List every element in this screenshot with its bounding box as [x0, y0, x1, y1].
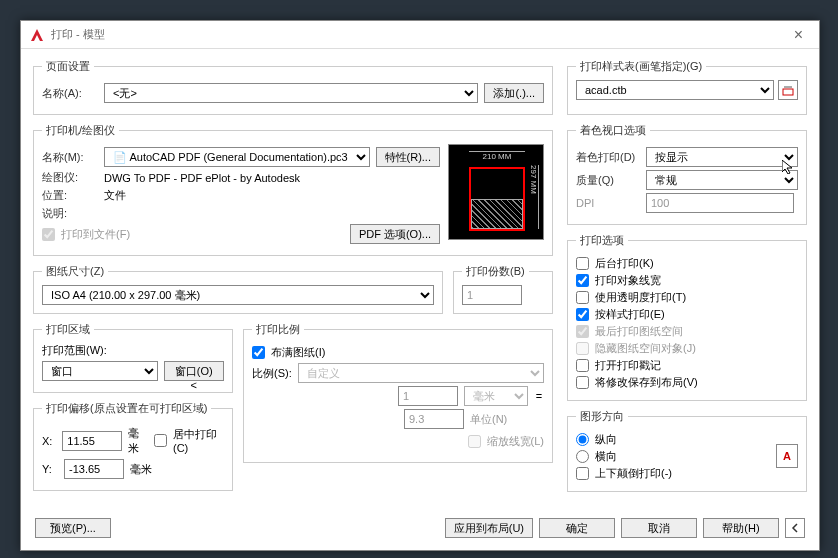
portrait-radio[interactable]: 纵向 — [576, 432, 798, 447]
copies-legend: 打印份数(B) — [462, 264, 529, 279]
transparency-check[interactable]: 使用透明度打印(T) — [576, 290, 798, 305]
paper-size-group: 图纸尺寸(Z) ISO A4 (210.00 x 297.00 毫米) — [33, 264, 443, 314]
plot-what-select[interactable]: 窗口 — [42, 361, 158, 381]
printer-props-button[interactable]: 特性(R)... — [376, 147, 440, 167]
page-setup-name-label: 名称(A): — [42, 86, 98, 101]
plotter-label: 绘图仪: — [42, 170, 98, 185]
page-setup-name-select[interactable]: <无> — [104, 83, 478, 103]
paperspace-last-check: 最后打印图纸空间 — [576, 324, 798, 339]
background-check[interactable]: 后台打印(K) — [576, 256, 798, 271]
scale-num-input — [398, 386, 458, 406]
paper-size-select[interactable]: ISO A4 (210.00 x 297.00 毫米) — [42, 285, 434, 305]
plot-area-legend: 打印区域 — [42, 322, 94, 337]
offset-legend: 打印偏移(原点设置在可打印区域) — [42, 401, 211, 416]
preview-button[interactable]: 预览(P)... — [35, 518, 111, 538]
location-value: 文件 — [104, 188, 126, 203]
plot-style-legend: 打印样式表(画笔指定)(G) — [576, 59, 706, 74]
center-plot-check[interactable]: 居中打印(C) — [154, 427, 224, 454]
plot-options-legend: 打印选项 — [576, 233, 628, 248]
scale-group: 打印比例 布满图纸(I) 比例(S): 自定义 毫米 = — [243, 322, 553, 463]
plot-area-group: 打印区域 打印范围(W): 窗口 窗口(O)< — [33, 322, 233, 393]
scale-lw-check: 缩放线宽(L) — [468, 434, 544, 449]
offset-x-unit: 毫米 — [128, 426, 148, 456]
page-setup-add-button[interactable]: 添加(.)... — [484, 83, 544, 103]
equals-icon: = — [534, 390, 544, 402]
plotter-value: DWG To PDF - PDF ePlot - by Autodesk — [104, 172, 300, 184]
orientation-icon: A — [776, 444, 798, 468]
scale-select: 自定义 — [298, 363, 544, 383]
offset-y-unit: 毫米 — [130, 462, 152, 477]
dpi-input — [646, 193, 794, 213]
offset-y-label: Y: — [42, 463, 58, 475]
orientation-group: 图形方向 纵向 横向 上下颠倒打印(-) A — [567, 409, 807, 492]
edit-icon — [782, 84, 794, 96]
window-button[interactable]: 窗口(O)< — [164, 361, 225, 381]
shade-plot-label: 着色打印(D) — [576, 150, 640, 165]
hide-paperspace-check: 隐藏图纸空间对象(J) — [576, 341, 798, 356]
autocad-logo-icon — [29, 27, 45, 43]
svg-rect-0 — [783, 89, 793, 95]
printer-group: 打印机/绘图仪 名称(M): 📄 AutoCAD PDF (General Do… — [33, 123, 553, 256]
plot-dialog: 打印 - 模型 × 页面设置 名称(A): <无> 添加(.)... 打印机/绘… — [20, 20, 820, 551]
printer-legend: 打印机/绘图仪 — [42, 123, 119, 138]
close-button[interactable]: × — [786, 26, 811, 44]
copies-group: 打印份数(B) — [453, 264, 553, 314]
ok-button[interactable]: 确定 — [539, 518, 615, 538]
printer-name-select[interactable]: 📄 AutoCAD PDF (General Documentation).pc… — [104, 147, 370, 167]
titlebar: 打印 - 模型 × — [21, 21, 819, 49]
shaded-legend: 着色视口选项 — [576, 123, 650, 138]
expand-button[interactable] — [785, 518, 805, 538]
page-setup-group: 页面设置 名称(A): <无> 添加(.)... — [33, 59, 553, 115]
paper-size-legend: 图纸尺寸(Z) — [42, 264, 108, 279]
offset-x-label: X: — [42, 435, 56, 447]
preview-height-label: 297 MM — [529, 165, 539, 229]
preview-width-label: 210 MM — [469, 151, 525, 161]
offset-x-input[interactable] — [62, 431, 122, 451]
by-style-check[interactable]: 按样式打印(E) — [576, 307, 798, 322]
shade-plot-select[interactable]: 按显示 — [646, 147, 798, 167]
cancel-button[interactable]: 取消 — [621, 518, 697, 538]
plot-stamp-check[interactable]: 打开打印戳记 — [576, 358, 798, 373]
quality-select[interactable]: 常规 — [646, 170, 798, 190]
plot-style-select[interactable]: acad.ctb — [576, 80, 774, 100]
button-bar: 预览(P)... 应用到布局(U) 确定 取消 帮助(H) — [21, 510, 819, 550]
orientation-legend: 图形方向 — [576, 409, 628, 424]
landscape-radio[interactable]: 横向 — [576, 449, 798, 464]
desc-label: 说明: — [42, 206, 98, 221]
dialog-title: 打印 - 模型 — [51, 27, 105, 42]
pdf-options-button[interactable]: PDF 选项(O)... — [350, 224, 440, 244]
upside-down-check[interactable]: 上下颠倒打印(-) — [576, 466, 798, 481]
scale-label: 比例(S): — [252, 366, 292, 381]
plot-options-group: 打印选项 后台打印(K) 打印对象线宽 使用透明度打印(T) 按样式打印(E) … — [567, 233, 807, 401]
chevron-left-icon — [790, 523, 800, 533]
scale-unit-bottom: 单位(N) — [470, 412, 544, 427]
apply-layout-button[interactable]: 应用到布局(U) — [445, 518, 533, 538]
plot-style-group: 打印样式表(画笔指定)(G) acad.ctb — [567, 59, 807, 115]
fit-paper-check[interactable]: 布满图纸(I) — [252, 345, 544, 360]
location-label: 位置: — [42, 188, 98, 203]
shaded-group: 着色视口选项 着色打印(D) 按显示 质量(Q) 常规 DPI — [567, 123, 807, 225]
dpi-label: DPI — [576, 197, 640, 209]
scale-den-input — [404, 409, 464, 429]
printer-name-label: 名称(M): — [42, 150, 98, 165]
scale-legend: 打印比例 — [252, 322, 304, 337]
paper-preview: 210 MM 297 MM — [448, 144, 544, 240]
scale-unit-select: 毫米 — [464, 386, 528, 406]
plot-style-edit-button[interactable] — [778, 80, 798, 100]
offset-group: 打印偏移(原点设置在可打印区域) X: 毫米 居中打印(C) Y: 毫米 — [33, 401, 233, 491]
offset-y-input[interactable] — [64, 459, 124, 479]
cursor-icon — [782, 160, 796, 174]
page-setup-legend: 页面设置 — [42, 59, 94, 74]
copies-input — [462, 285, 522, 305]
lineweights-check[interactable]: 打印对象线宽 — [576, 273, 798, 288]
save-layout-check[interactable]: 将修改保存到布局(V) — [576, 375, 798, 390]
plot-what-label: 打印范围(W): — [42, 343, 224, 358]
help-button[interactable]: 帮助(H) — [703, 518, 779, 538]
quality-label: 质量(Q) — [576, 173, 640, 188]
plot-to-file-check: 打印到文件(F) — [42, 227, 130, 242]
